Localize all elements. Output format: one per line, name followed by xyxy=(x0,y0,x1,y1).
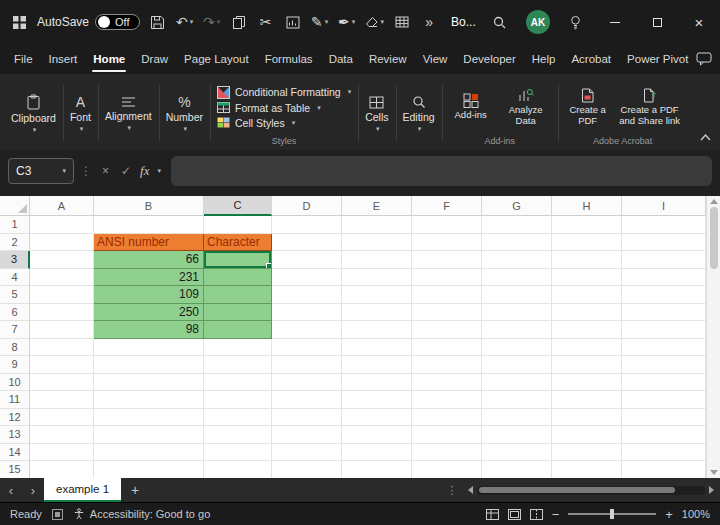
cell-A15[interactable] xyxy=(30,461,94,478)
row-header-7[interactable]: 7 xyxy=(0,321,30,339)
cell-A10[interactable] xyxy=(30,374,94,392)
horizontal-scrollbar-track[interactable] xyxy=(477,486,705,495)
save-icon[interactable] xyxy=(149,9,167,35)
close-button[interactable]: × xyxy=(678,0,720,44)
cell-D10[interactable] xyxy=(272,374,342,392)
previous-sheet-button[interactable]: ‹ xyxy=(0,478,22,502)
cell-H7[interactable] xyxy=(552,321,622,339)
cell-D5[interactable] xyxy=(272,286,342,304)
addins-button[interactable]: Add-ins xyxy=(449,93,493,121)
scroll-down-icon[interactable] xyxy=(710,470,718,475)
cell-G5[interactable] xyxy=(482,286,552,304)
column-header-E[interactable]: E xyxy=(342,196,412,216)
row-header-10[interactable]: 10 xyxy=(0,374,30,392)
menu-tab-help[interactable]: Help xyxy=(524,44,564,74)
lightbulb-icon[interactable] xyxy=(560,9,590,35)
cell-D4[interactable] xyxy=(272,269,342,287)
cell-E5[interactable] xyxy=(342,286,412,304)
cell-A13[interactable] xyxy=(30,426,94,444)
cell-A1[interactable] xyxy=(30,216,94,234)
editing-group[interactable]: Editing ▾ xyxy=(396,76,442,150)
cell-E2[interactable] xyxy=(342,234,412,252)
cell-I10[interactable] xyxy=(622,374,706,392)
cell-D7[interactable] xyxy=(272,321,342,339)
menu-tab-power-pivot[interactable]: Power Pivot xyxy=(619,44,696,74)
cell-G9[interactable] xyxy=(482,356,552,374)
cell-styles-button[interactable]: Cell Styles ▾ xyxy=(217,117,295,129)
cell-C8[interactable] xyxy=(204,339,272,357)
cell-E12[interactable] xyxy=(342,409,412,427)
cell-D13[interactable] xyxy=(272,426,342,444)
name-box[interactable]: C3 ▾ xyxy=(8,158,74,184)
cell-H2[interactable] xyxy=(552,234,622,252)
cell-C6[interactable] xyxy=(204,304,272,322)
next-sheet-button[interactable]: › xyxy=(22,478,44,502)
scroll-left-icon[interactable] xyxy=(468,486,473,494)
page-layout-view-button[interactable] xyxy=(508,509,521,520)
cell-B15[interactable] xyxy=(94,461,204,478)
cell-C13[interactable] xyxy=(204,426,272,444)
cell-I12[interactable] xyxy=(622,409,706,427)
normal-view-button[interactable] xyxy=(486,509,499,520)
cell-C10[interactable] xyxy=(204,374,272,392)
cell-B5[interactable]: 109 xyxy=(94,286,204,304)
copy-icon[interactable] xyxy=(230,9,248,35)
cell-H10[interactable] xyxy=(552,374,622,392)
cell-I15[interactable] xyxy=(622,461,706,478)
redo-button[interactable]: ↷▾ xyxy=(203,9,221,35)
insert-function-button[interactable]: fx xyxy=(140,163,149,179)
cell-H13[interactable] xyxy=(552,426,622,444)
cell-A5[interactable] xyxy=(30,286,94,304)
cell-D15[interactable] xyxy=(272,461,342,478)
column-header-D[interactable]: D xyxy=(272,196,342,216)
cell-B12[interactable] xyxy=(94,409,204,427)
column-header-G[interactable]: G xyxy=(482,196,552,216)
zoom-in-button[interactable]: + xyxy=(665,507,673,522)
create-pdf-share-button[interactable]: Create a PDF and Share link xyxy=(619,88,681,127)
cell-C1[interactable] xyxy=(204,216,272,234)
menu-tab-file[interactable]: File xyxy=(6,44,41,74)
row-header-15[interactable]: 15 xyxy=(0,461,30,478)
cell-B6[interactable]: 250 xyxy=(94,304,204,322)
cell-I5[interactable] xyxy=(622,286,706,304)
cell-E10[interactable] xyxy=(342,374,412,392)
zoom-out-button[interactable]: − xyxy=(552,507,560,522)
cell-I11[interactable] xyxy=(622,391,706,409)
table-icon[interactable] xyxy=(393,9,411,35)
number-group[interactable]: % Number ▾ xyxy=(159,76,210,150)
cell-G12[interactable] xyxy=(482,409,552,427)
cell-F4[interactable] xyxy=(412,269,482,287)
cell-E13[interactable] xyxy=(342,426,412,444)
cell-I7[interactable] xyxy=(622,321,706,339)
cell-H9[interactable] xyxy=(552,356,622,374)
cell-G10[interactable] xyxy=(482,374,552,392)
autosave-toggle[interactable]: Off xyxy=(95,14,139,30)
minimize-button[interactable] xyxy=(594,0,636,44)
cell-E9[interactable] xyxy=(342,356,412,374)
cell-H11[interactable] xyxy=(552,391,622,409)
cell-F9[interactable] xyxy=(412,356,482,374)
cell-B13[interactable] xyxy=(94,426,204,444)
cell-E6[interactable] xyxy=(342,304,412,322)
cell-E8[interactable] xyxy=(342,339,412,357)
menu-tab-home[interactable]: Home xyxy=(85,44,133,74)
column-header-C[interactable]: C xyxy=(204,196,272,216)
cell-I9[interactable] xyxy=(622,356,706,374)
pen-icon[interactable]: ✎▾ xyxy=(311,9,329,35)
row-header-3[interactable]: 3 xyxy=(0,251,30,269)
menu-tab-developer[interactable]: Developer xyxy=(455,44,523,74)
cell-H4[interactable] xyxy=(552,269,622,287)
cell-B11[interactable] xyxy=(94,391,204,409)
cell-C11[interactable] xyxy=(204,391,272,409)
format-as-table-button[interactable]: Format as Table ▾ xyxy=(217,102,321,114)
menu-tab-view[interactable]: View xyxy=(415,44,456,74)
cell-E4[interactable] xyxy=(342,269,412,287)
cell-G13[interactable] xyxy=(482,426,552,444)
cell-D1[interactable] xyxy=(272,216,342,234)
cancel-entry-button[interactable]: × xyxy=(99,164,112,178)
sheet-tab-example-1[interactable]: example 1 xyxy=(44,478,121,502)
cell-D14[interactable] xyxy=(272,444,342,462)
cell-H1[interactable] xyxy=(552,216,622,234)
search-icon[interactable] xyxy=(482,9,516,35)
horizontal-scrollbar-thumb[interactable] xyxy=(479,487,675,493)
